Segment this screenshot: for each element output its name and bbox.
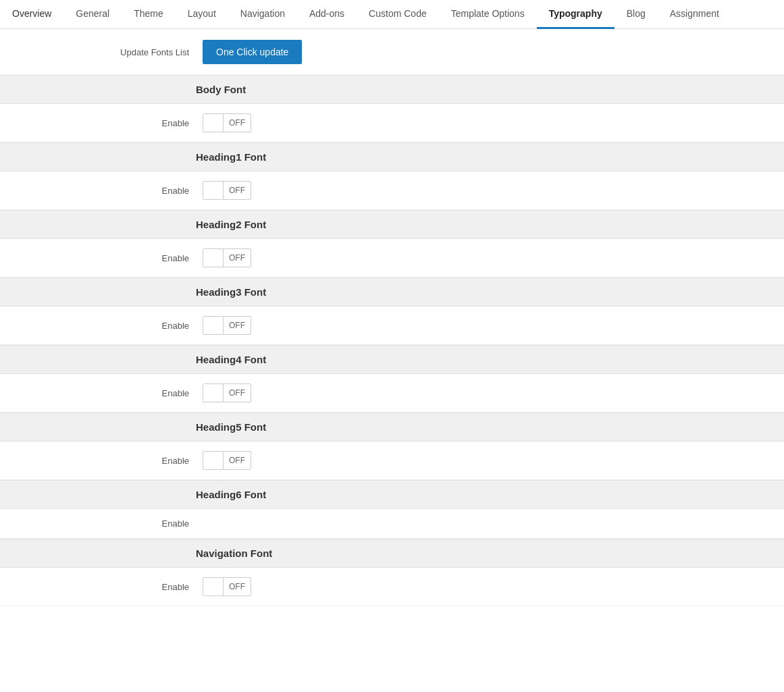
update-fonts-label: Update Fonts List xyxy=(14,47,203,57)
body-font-toggle-track xyxy=(203,114,224,132)
heading2-font-toggle-track xyxy=(203,249,224,267)
body-font-toggle-label: OFF xyxy=(224,118,251,128)
tab-typography[interactable]: Typography xyxy=(537,0,615,29)
tab-navigation[interactable]: Navigation xyxy=(228,0,297,29)
body-font-enable-toggle[interactable]: OFF xyxy=(203,113,251,132)
heading2-font-enable-label: Enable xyxy=(14,253,203,263)
tab-layout[interactable]: Layout xyxy=(176,0,228,29)
body-font-header: Body Font xyxy=(0,75,784,104)
heading5-font-header: Heading5 Font xyxy=(0,412,784,442)
heading5-font-toggle-track xyxy=(203,452,224,469)
heading1-font-header: Heading1 Font xyxy=(0,142,784,171)
heading6-font-title: Heading6 Font xyxy=(196,489,266,500)
heading2-font-toggle-label: OFF xyxy=(224,253,251,263)
heading3-font-enable-toggle[interactable]: OFF xyxy=(203,316,251,335)
heading3-font-toggle-label: OFF xyxy=(224,321,251,330)
heading4-font-header: Heading4 Font xyxy=(0,345,784,374)
heading4-font-enable-toggle[interactable]: OFF xyxy=(203,383,251,402)
heading1-font-toggle-track xyxy=(203,182,224,199)
tab-custom-code[interactable]: Custom Code xyxy=(357,0,439,29)
heading2-font-enable-toggle[interactable]: OFF xyxy=(203,248,251,267)
tab-assignment[interactable]: Assignment xyxy=(658,0,731,29)
one-click-update-button[interactable]: One Click update xyxy=(203,40,302,64)
heading2-font-title: Heading2 Font xyxy=(196,219,266,230)
heading4-font-toggle-label: OFF xyxy=(224,388,251,398)
heading5-font-enable-row: Enable OFF xyxy=(0,442,784,480)
tab-addons[interactable]: Add-ons xyxy=(297,0,357,29)
heading1-font-enable-row: Enable OFF xyxy=(0,171,784,210)
body-font-enable-label: Enable xyxy=(14,118,203,128)
tab-overview[interactable]: Overview xyxy=(0,0,63,29)
heading4-font-enable-label: Enable xyxy=(14,388,203,398)
heading5-font-toggle-label: OFF xyxy=(224,456,251,465)
heading4-font-toggle-track xyxy=(203,384,224,402)
heading2-font-header: Heading2 Font xyxy=(0,210,784,239)
navigation-font-enable-label: Enable xyxy=(14,582,203,592)
content-area: Update Fonts List One Click update Body … xyxy=(0,29,784,606)
heading3-font-toggle-track xyxy=(203,317,224,334)
heading4-font-enable-row: Enable OFF xyxy=(0,374,784,412)
heading3-font-title: Heading3 Font xyxy=(196,286,266,298)
navigation-font-title: Navigation Font xyxy=(196,548,272,559)
heading5-font-enable-toggle[interactable]: OFF xyxy=(203,451,251,470)
tab-blog[interactable]: Blog xyxy=(615,0,658,29)
heading3-font-enable-row: Enable OFF xyxy=(0,307,784,345)
navigation-font-enable-row: Enable OFF xyxy=(0,568,784,606)
heading1-font-enable-toggle[interactable]: OFF xyxy=(203,181,251,200)
navigation-font-toggle-label: OFF xyxy=(224,582,251,591)
heading6-font-enable-label: Enable xyxy=(14,518,203,529)
heading6-font-header: Heading6 Font xyxy=(0,480,784,509)
tab-navigation: Overview General Theme Layout Navigation… xyxy=(0,0,784,29)
navigation-font-enable-toggle[interactable]: OFF xyxy=(203,577,251,596)
tab-template-options[interactable]: Template Options xyxy=(439,0,537,29)
navigation-font-header: Navigation Font xyxy=(0,539,784,568)
body-font-enable-row: Enable OFF xyxy=(0,104,784,142)
update-fonts-row: Update Fonts List One Click update xyxy=(0,29,784,75)
heading1-font-enable-label: Enable xyxy=(14,186,203,196)
heading6-font-enable-row: Enable xyxy=(0,509,784,539)
heading5-font-enable-label: Enable xyxy=(14,456,203,466)
heading5-font-title: Heading5 Font xyxy=(196,421,266,433)
tab-theme[interactable]: Theme xyxy=(122,0,176,29)
heading3-font-enable-label: Enable xyxy=(14,321,203,331)
heading1-font-toggle-label: OFF xyxy=(224,186,251,195)
heading3-font-header: Heading3 Font xyxy=(0,277,784,307)
tab-general[interactable]: General xyxy=(63,0,122,29)
heading4-font-title: Heading4 Font xyxy=(196,354,266,365)
navigation-font-toggle-track xyxy=(203,578,224,595)
body-font-title: Body Font xyxy=(196,84,246,95)
heading1-font-title: Heading1 Font xyxy=(196,151,266,163)
heading2-font-enable-row: Enable OFF xyxy=(0,239,784,277)
